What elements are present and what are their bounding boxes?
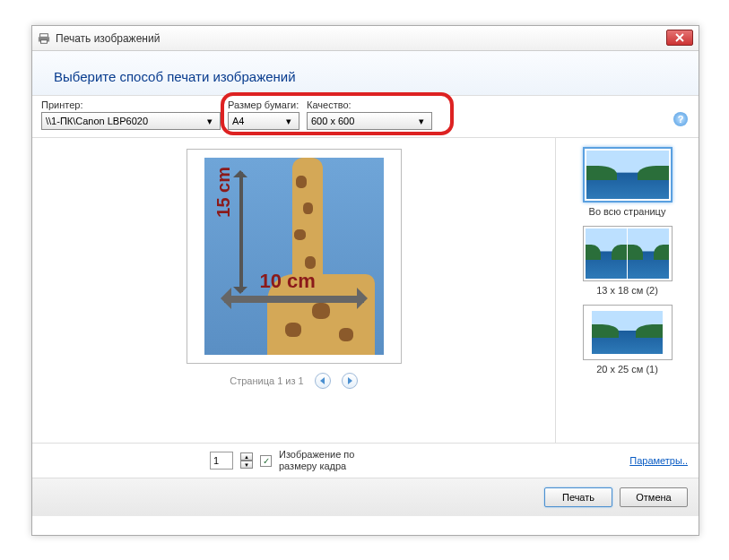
paper-size-combo[interactable]: A4 ▾ <box>228 112 299 130</box>
close-icon <box>675 33 684 42</box>
arrow-horizontal-icon <box>213 297 375 302</box>
template-label: 20 x 25 см (1) <box>563 364 691 375</box>
template-13x18[interactable]: 13 x 18 см (2) <box>563 226 691 296</box>
fit-to-frame-label: Изображение по размеру кадра <box>279 449 386 472</box>
options-toolbar: Принтер: \\1-ПК\Canon LBP6020 ▾ Размер б… <box>32 95 699 138</box>
help-icon[interactable]: ? <box>673 112 688 126</box>
titlebar: Печать изображений <box>32 26 699 51</box>
pager-text: Страница 1 из 1 <box>230 375 303 386</box>
chevron-down-icon: ▾ <box>282 116 295 127</box>
content-area: 15 cm 10 cm Страница 1 из 1 Во всю стран… <box>32 138 699 443</box>
copies-spinner: ▲ ▼ <box>240 452 253 469</box>
close-button[interactable] <box>666 30 693 46</box>
arrow-vertical-icon <box>239 165 244 299</box>
copies-down-button[interactable]: ▼ <box>240 461 253 469</box>
svg-rect-2 <box>41 39 48 43</box>
printer-label: Принтер: <box>41 99 221 110</box>
copies-input[interactable] <box>210 452 233 470</box>
chevron-down-icon: ▾ <box>204 116 216 127</box>
svg-rect-0 <box>40 33 48 37</box>
dimension-horizontal-label: 10 cm <box>260 270 316 293</box>
printer-icon <box>38 32 50 45</box>
page-heading: Выберите способ печати изображений <box>54 69 677 84</box>
paper-size-value: A4 <box>232 116 244 126</box>
print-button[interactable]: Печать <box>544 487 612 507</box>
options-strip: ▲ ▼ ✓ Изображение по размеру кадра Парам… <box>32 443 699 478</box>
preview-area: 15 cm 10 cm Страница 1 из 1 <box>32 138 555 443</box>
prev-page-button[interactable] <box>315 373 331 389</box>
template-label: Во всю страницу <box>563 206 691 217</box>
print-dialog: Печать изображений Выберите способ печат… <box>31 25 699 536</box>
pager: Страница 1 из 1 <box>230 373 357 389</box>
cancel-button[interactable]: Отмена <box>620 487 688 507</box>
next-page-button[interactable] <box>342 373 358 389</box>
parameters-link[interactable]: Параметры.. <box>629 455 688 466</box>
template-full-page[interactable]: Во всю страницу <box>563 147 691 217</box>
printer-combo[interactable]: \\1-ПК\Canon LBP6020 ▾ <box>41 112 221 130</box>
preview-image: 15 cm 10 cm <box>204 158 384 355</box>
dimension-vertical-label: 15 cm <box>213 167 234 218</box>
triangle-left-icon <box>319 377 326 384</box>
fit-to-frame-checkbox[interactable]: ✓ <box>260 455 272 467</box>
copies-up-button[interactable]: ▲ <box>240 452 253 461</box>
template-20x25[interactable]: 20 x 25 см (1) <box>563 305 691 375</box>
layout-templates: Во всю страницу 13 x 18 см (2) 20 x 25 с… <box>555 138 699 443</box>
chevron-down-icon: ▾ <box>415 116 428 127</box>
window-title: Печать изображений <box>56 32 160 45</box>
triangle-right-icon <box>346 377 353 384</box>
printer-value: \\1-ПК\Canon LBP6020 <box>46 116 148 126</box>
header: Выберите способ печати изображений <box>32 51 699 95</box>
quality-value: 600 x 600 <box>311 116 354 126</box>
footer: Печать Отмена <box>32 478 699 516</box>
print-preview-page: 15 cm 10 cm <box>187 149 402 364</box>
quality-combo[interactable]: 600 x 600 ▾ <box>307 112 432 130</box>
paper-size-label: Размер бумаги: <box>228 99 299 110</box>
template-label: 13 x 18 см (2) <box>563 285 691 296</box>
quality-label: Качество: <box>307 99 432 110</box>
